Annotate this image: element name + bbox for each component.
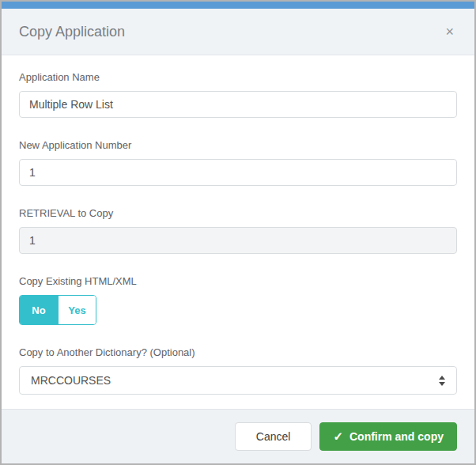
confirm-and-copy-button[interactable]: ✓ Confirm and copy [319, 422, 457, 451]
application-name-label: Application Name [19, 71, 457, 83]
copy-existing-html-xml-label: Copy Existing HTML/XML [19, 275, 457, 287]
application-name-input[interactable] [19, 91, 457, 118]
retrieval-to-copy-input [19, 227, 457, 254]
application-name-group: Application Name [19, 71, 457, 118]
new-application-number-input[interactable] [19, 159, 457, 186]
copy-existing-html-xml-group: Copy Existing HTML/XML No Yes [19, 275, 457, 325]
confirm-button-label: Confirm and copy [349, 430, 444, 443]
retrieval-to-copy-label: RETRIEVAL to Copy [19, 207, 457, 219]
modal-title: Copy Application [19, 24, 125, 40]
modal-header: Copy Application × [2, 9, 474, 55]
dictionary-select-value: MRCCOURSES [31, 374, 111, 387]
copy-to-dictionary-group: Copy to Another Dictionary? (Optional) M… [19, 346, 457, 395]
cancel-button[interactable]: Cancel [235, 422, 312, 451]
select-arrows-icon [439, 376, 445, 386]
modal-body: Application Name New Application Number … [2, 55, 474, 409]
new-application-number-label: New Application Number [19, 139, 457, 151]
retrieval-to-copy-group: RETRIEVAL to Copy [19, 207, 457, 254]
check-icon: ✓ [333, 429, 343, 444]
copy-existing-html-xml-toggle: No Yes [19, 295, 96, 325]
new-application-number-group: New Application Number [19, 139, 457, 186]
toggle-option-yes[interactable]: Yes [58, 296, 96, 324]
modal-footer: Cancel ✓ Confirm and copy [2, 409, 474, 463]
top-accent-bar [2, 2, 474, 9]
copy-application-modal: Copy Application × Application Name New … [0, 0, 476, 465]
close-icon[interactable]: × [442, 23, 457, 40]
toggle-option-no[interactable]: No [20, 296, 58, 324]
dictionary-select[interactable]: MRCCOURSES [19, 366, 457, 395]
copy-to-dictionary-label: Copy to Another Dictionary? (Optional) [19, 346, 457, 358]
